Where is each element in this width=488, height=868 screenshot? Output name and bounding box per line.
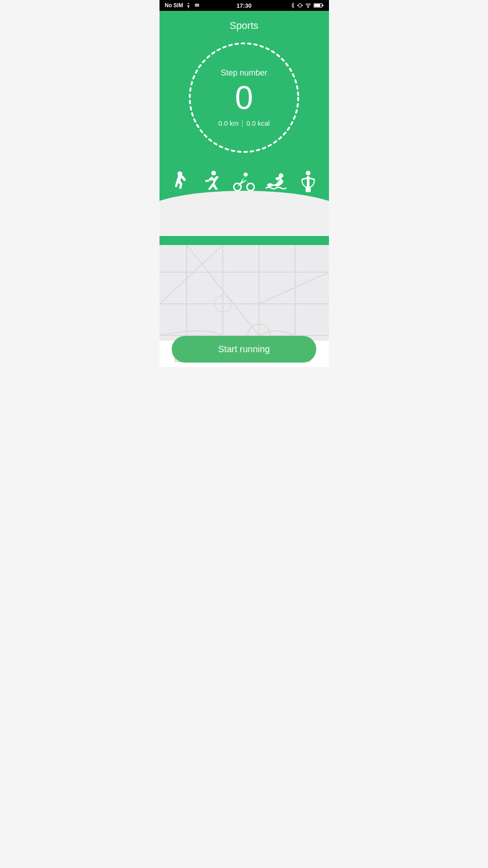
status-right	[290, 2, 324, 9]
status-bar: No SIM 17:30	[160, 0, 329, 11]
map-section: Start running	[160, 245, 329, 367]
skipping-icon	[297, 170, 319, 195]
start-running-button[interactable]: Start running	[172, 336, 316, 363]
page-title: Sports	[160, 11, 329, 39]
bluetooth-icon	[290, 2, 296, 9]
carrier-text: No SIM	[165, 2, 183, 9]
wifi-icon	[305, 2, 312, 9]
step-label: Step number	[218, 68, 270, 78]
status-time: 17:30	[236, 2, 251, 9]
stat-divider	[242, 120, 243, 127]
svg-point-16	[211, 171, 216, 175]
usb-icon	[185, 2, 192, 9]
storage-icon	[194, 2, 200, 9]
svg-rect-13	[314, 4, 320, 7]
svg-rect-4	[195, 5, 199, 6]
green-curve	[160, 213, 329, 236]
svg-rect-3	[195, 4, 199, 5]
svg-rect-5	[299, 4, 301, 7]
walk-icon	[169, 170, 191, 195]
svg-point-10	[308, 7, 309, 8]
step-count: 0	[218, 81, 270, 114]
svg-point-0	[188, 7, 189, 8]
green-section: Sports Step number 0 0.0 km 0.0 kcal	[160, 11, 329, 245]
svg-point-18	[247, 183, 254, 190]
step-counter-circle: Step number 0 0.0 km 0.0 kcal	[185, 39, 303, 156]
step-stats: 0.0 km 0.0 kcal	[218, 119, 270, 127]
svg-point-19	[244, 172, 248, 176]
vibrate-icon	[297, 2, 303, 9]
distance-value: 0.0 km	[218, 119, 239, 127]
status-left: No SIM	[165, 2, 201, 9]
svg-point-21	[306, 171, 310, 175]
circle-content: Step number 0 0.0 km 0.0 kcal	[218, 68, 270, 127]
svg-rect-12	[322, 5, 324, 6]
calories-value: 0.0 kcal	[246, 119, 270, 127]
battery-icon	[314, 3, 324, 8]
svg-rect-2	[188, 3, 189, 4]
